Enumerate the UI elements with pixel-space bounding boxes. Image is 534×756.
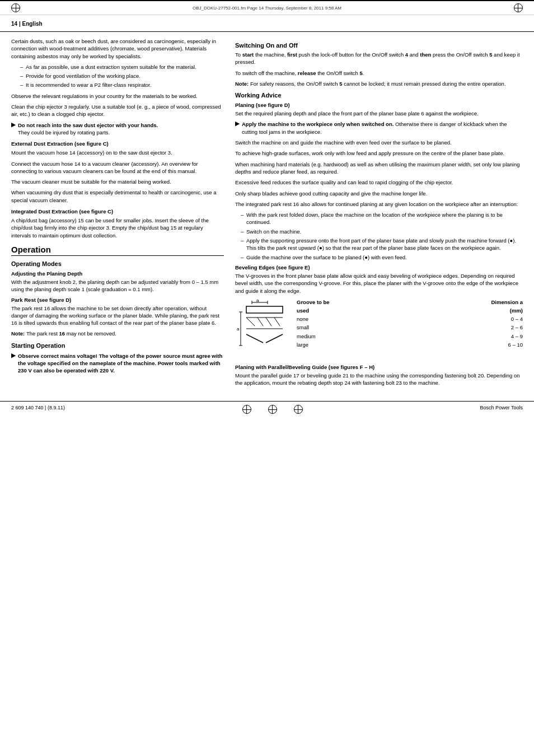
warning-arrow-1: ▶ (11, 122, 16, 128)
planing-dash-list: With the park rest folded down, place th… (241, 211, 523, 261)
dash-item-2: Switch on the machine. (241, 228, 523, 235)
footer-bar: 2 609 140 740 | (8.9.11) Bosch Power Too… (0, 401, 534, 417)
planing-para3: To achieve high-grade surfaces, work onl… (235, 150, 523, 157)
bullet-item-2: Provide for good ventilation of the work… (20, 72, 224, 80)
adj-depth-title: Adjusting the Planing Depth (11, 270, 224, 277)
first-bold: first (287, 52, 297, 58)
planing-para2: Switch the machine on and guide the mach… (235, 139, 523, 146)
bevel-groove-small: small (297, 323, 341, 332)
beveling-title: Beveling Edges (see figure E) (235, 264, 523, 270)
switching-title: Switching On and Off (235, 42, 523, 49)
starting-warning-text: Observe correct mains voltage! The volta… (18, 352, 224, 375)
bevel-table-header-row: Groove to be used Dimension a (mm) (297, 298, 523, 315)
svg-line-10 (246, 318, 255, 326)
bevel-header-groove: Groove to be used (297, 298, 341, 315)
5-bold: 5 (489, 52, 492, 58)
beveling-para1: The V-grooves in the front planer base p… (235, 272, 523, 295)
clean-para: Clean the chip ejector 3 regularly. Use … (11, 103, 224, 118)
park-rest-note: Note: The park rest 16 may not be remove… (11, 330, 224, 337)
5-off-bold: 5 (360, 70, 363, 76)
intro-para1: Certain dusts, such as oak or beech dust… (11, 38, 224, 60)
switch-para2: To switch off the machine, release the O… (235, 69, 523, 77)
svg-text:a: a (256, 298, 259, 303)
bullet-item-1: As far as possible, use a dust extractio… (20, 63, 224, 71)
manual-page: OBJ_DOKU-27752-001.fm Page 14 Thursday, … (0, 0, 534, 756)
right-column: Switching On and Off To start the machin… (235, 38, 523, 390)
bevel-illustration: a a (235, 298, 291, 360)
content-area: Certain dusts, such as oak or beech dust… (0, 38, 534, 390)
warning-reach: ▶ Do not reach into the saw dust ejector… (11, 122, 224, 137)
bevel-groove-none: none (297, 315, 341, 323)
starting-warning-arrow: ▶ (11, 352, 16, 358)
reg-mark-left (11, 3, 20, 12)
footer-right: Bosch Power Tools (480, 405, 523, 414)
svg-line-15 (246, 334, 263, 343)
operation-title: Operation (11, 245, 224, 256)
intro-para2: Observe the relevant regulations in your… (11, 92, 224, 100)
dash-item-1: With the park rest folded down, place th… (241, 211, 523, 226)
svg-line-16 (266, 334, 283, 343)
then-bold: then (420, 52, 431, 58)
adj-depth-para: With the adjustment knob 2, the planing … (11, 278, 224, 293)
svg-line-11 (257, 318, 263, 326)
park-rest-note-bold: Note: (11, 330, 26, 337)
bevel-svg-container: a a (235, 298, 291, 361)
bevel-dim-medium: 4 – 9 (478, 332, 523, 340)
parallel-title: Planing with Parallel/Beveling Guide (se… (235, 364, 523, 370)
warning-reach-text: Do not reach into the saw dust ejector w… (18, 122, 158, 137)
planing-warning-item: ▶ Apply the machine to the workpiece onl… (235, 120, 523, 136)
ext-dust-para4: When vacuuming dry dust that is especial… (11, 189, 224, 204)
bevel-dim-small: 2 – 6 (478, 323, 523, 332)
dust-bullet-list: As far as possible, use a dust extractio… (20, 63, 224, 89)
bevel-dim-none: 0 – 4 (478, 315, 523, 323)
dash-item-4: Guide the machine over the surface to be… (241, 254, 523, 261)
planing-para1: Set the required planing depth and place… (235, 110, 523, 117)
park-rest-note-text: The park rest 16 may not be removed. (26, 330, 116, 337)
reg-mark-left-group (11, 3, 20, 12)
note-bold: Note: (235, 81, 249, 87)
bevel-groove-medium: medium (297, 332, 341, 340)
planing-title: Planing (see figure D) (235, 102, 523, 108)
park-rest-title: Park Rest (see figure D) (11, 297, 224, 303)
bevel-header-dim: Dimension a (mm) (478, 298, 523, 315)
working-advice-title: Working Advice (235, 92, 523, 99)
4-bold: 4 (405, 52, 408, 58)
footer-reg-mark-center (268, 405, 277, 414)
svg-line-13 (274, 318, 280, 326)
footer-reg-mark-left (242, 405, 251, 414)
switch-para1: To start the machine, first push the loc… (235, 51, 523, 66)
warning-reach-sub: They could be injured by rotating parts. (18, 129, 110, 136)
footer-reg-mark-right (294, 405, 303, 414)
bevel-row-medium: medium 4 – 9 (297, 332, 523, 340)
planing-para5: Excessive feed reduces the surface quali… (235, 179, 523, 186)
header-bar: OBJ_DOKU-27752-001.fm Page 14 Thursday, … (0, 0, 534, 15)
bullet-item-3: It is recommended to wear a P2 filter-cl… (20, 81, 224, 88)
reg-mark-right (514, 3, 523, 12)
bevel-table: Groove to be used Dimension a (mm) none … (297, 298, 523, 349)
planing-para6: Only sharp blades achieve good cutting c… (235, 190, 523, 197)
footer-left: 2 609 140 740 | (8.9.11) (11, 405, 65, 414)
bevel-groove-large: large (297, 340, 341, 349)
int-dust-para1: A chip/dust bag (accessory) 15 can be us… (11, 217, 224, 239)
svg-line-12 (266, 318, 271, 326)
5-note-bold: 5 (339, 81, 342, 87)
bevel-row-large: large 6 – 10 (297, 340, 523, 349)
ext-dust-heading: External Dust Extraction (see figure C) (11, 141, 224, 147)
start-bold: start (242, 52, 254, 58)
page-number-bar: 14 | English (0, 20, 534, 32)
svg-text:a: a (237, 326, 240, 332)
planing-para4: When machining hard materials (e.g. hard… (235, 161, 523, 176)
dash-item-3: Apply the supporting pressure onto the f… (241, 237, 523, 252)
bevel-row-small: small 2 – 6 (297, 323, 523, 332)
left-column: Certain dusts, such as oak or beech dust… (11, 38, 224, 390)
op-modes-title: Operating Modes (11, 260, 224, 267)
int-dust-heading: Integrated Dust Extraction (see figure C… (11, 208, 224, 214)
page-number: 14 | English (11, 21, 43, 27)
ext-dust-para3: The vacuum cleaner must be suitable for … (11, 178, 224, 185)
starting-title: Starting Operation (11, 342, 224, 349)
ext-dust-para1: Mount the vacuum hose 14 (accessory) on … (11, 149, 224, 156)
planing-para7: The integrated park rest 16 also allows … (235, 200, 523, 208)
parallel-para: Mount the parallel guide 17 or beveling … (235, 372, 523, 387)
svg-rect-8 (246, 306, 283, 313)
planing-warning-arrow: ▶ (235, 120, 240, 127)
